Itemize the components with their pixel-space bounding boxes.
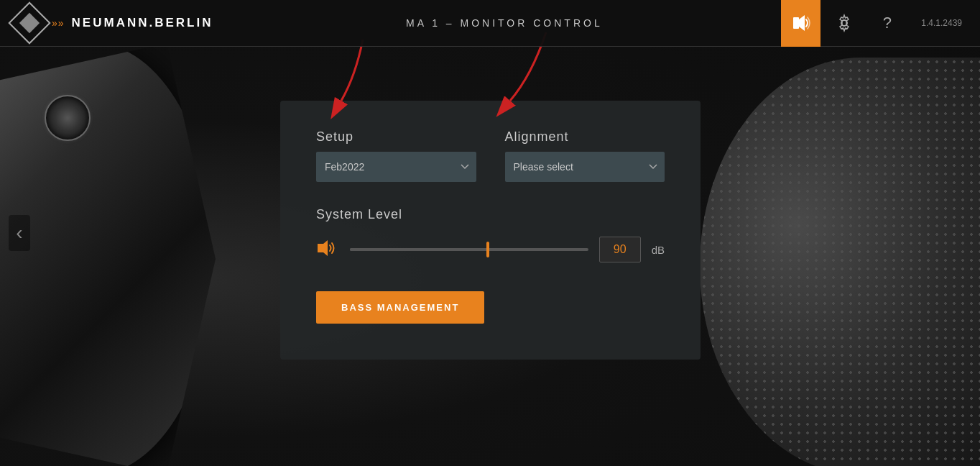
svg-marker-1 — [799, 15, 805, 31]
settings-button[interactable] — [824, 0, 864, 47]
svg-marker-5 — [318, 240, 328, 256]
gear-icon — [835, 14, 854, 32]
bass-management-button[interactable]: BASS MANAGEMENT — [316, 291, 484, 324]
level-unit-label: dB — [652, 244, 665, 256]
app-title: MA 1 – MONITOR CONTROL — [227, 17, 781, 29]
setup-label: Setup — [316, 129, 476, 145]
help-icon: ? — [883, 14, 892, 32]
app-header: »» NEUMANN.BERLIN MA 1 – MONITOR CONTROL… — [0, 0, 980, 47]
main-panel: Setup Feb2022 Jan2022 Dec2021 Alignment … — [280, 101, 701, 360]
alignment-label: Alignment — [505, 129, 665, 145]
nav-chevron-left[interactable]: ‹ — [9, 215, 30, 251]
microphone-right-decoration — [700, 58, 980, 466]
level-value-input[interactable] — [599, 237, 641, 262]
microphone-grill-pattern — [700, 58, 980, 466]
alignment-group: Alignment Please select Option A Option … — [505, 129, 665, 182]
system-level-label: System Level — [316, 207, 665, 222]
logo-text: NEUMANN.BERLIN — [72, 16, 213, 30]
alignment-select[interactable]: Please select Option A Option B — [505, 152, 665, 182]
header-controls: ? 1.4.1.2439 — [781, 0, 980, 47]
setup-group: Setup Feb2022 Jan2022 Dec2021 — [316, 129, 476, 182]
volume-icon — [316, 238, 339, 262]
speaker-button[interactable] — [781, 0, 820, 47]
logo-arrows-icon: »» — [52, 17, 65, 29]
logo-container: »» NEUMANN.BERLIN — [0, 8, 227, 38]
controls-row: Setup Feb2022 Jan2022 Dec2021 Alignment … — [316, 129, 665, 182]
speaker-icon — [792, 14, 810, 32]
version-text: 1.4.1.2439 — [910, 18, 973, 28]
neumann-logo-diamond — [8, 1, 50, 44]
system-level-slider-container — [350, 248, 588, 251]
setup-select[interactable]: Feb2022 Jan2022 Dec2021 — [316, 152, 476, 182]
help-button[interactable]: ? — [867, 0, 907, 47]
svg-rect-0 — [793, 17, 799, 29]
slider-row: dB — [316, 237, 665, 262]
logo-diamond-inner — [19, 13, 40, 33]
